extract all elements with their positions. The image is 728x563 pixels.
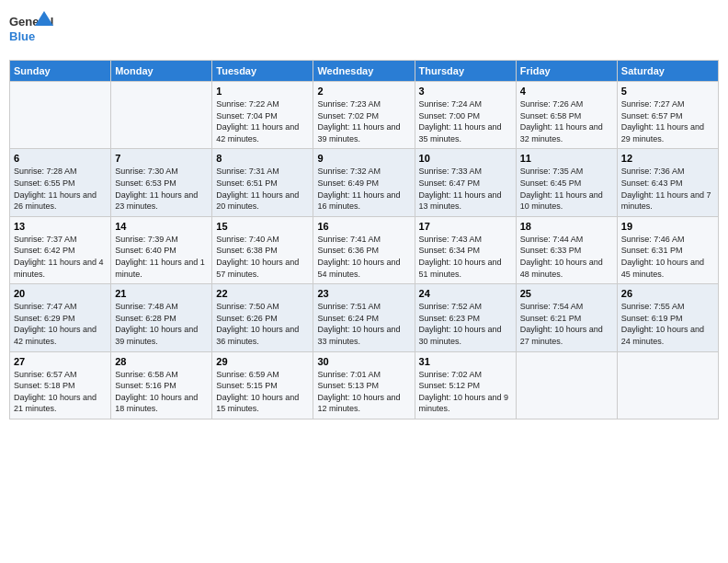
calendar-header: SundayMondayTuesdayWednesdayThursdayFrid… [10,61,719,82]
calendar-table: SundayMondayTuesdayWednesdayThursdayFrid… [9,60,719,419]
day-info: Sunrise: 7:43 AM Sunset: 6:34 PM Dayligh… [419,234,512,280]
calendar-cell: 21Sunrise: 7:48 AM Sunset: 6:28 PM Dayli… [111,284,212,351]
day-number: 13 [14,221,107,232]
calendar-cell: 8Sunrise: 7:31 AM Sunset: 6:51 PM Daylig… [212,149,313,216]
day-number: 12 [621,153,714,164]
calendar-cell: 15Sunrise: 7:40 AM Sunset: 6:38 PM Dayli… [212,216,313,283]
page-header: General Blue [9,9,719,51]
day-info: Sunrise: 7:40 AM Sunset: 6:38 PM Dayligh… [216,234,309,280]
svg-text:Blue: Blue [9,29,35,43]
day-number: 23 [317,288,410,299]
day-number: 7 [115,153,208,164]
calendar-cell: 31Sunrise: 7:02 AM Sunset: 5:12 PM Dayli… [415,351,516,419]
calendar-cell [111,82,212,149]
calendar-cell: 10Sunrise: 7:33 AM Sunset: 6:47 PM Dayli… [415,149,516,216]
day-info: Sunrise: 6:57 AM Sunset: 5:18 PM Dayligh… [14,369,107,415]
calendar-cell: 2Sunrise: 7:23 AM Sunset: 7:02 PM Daylig… [313,82,415,149]
calendar-cell: 20Sunrise: 7:47 AM Sunset: 6:29 PM Dayli… [10,284,111,351]
calendar-cell: 7Sunrise: 7:30 AM Sunset: 6:53 PM Daylig… [111,149,212,216]
calendar-cell: 29Sunrise: 6:59 AM Sunset: 5:15 PM Dayli… [212,351,313,419]
calendar-cell: 6Sunrise: 7:28 AM Sunset: 6:55 PM Daylig… [10,149,111,216]
day-number: 3 [419,86,512,97]
day-info: Sunrise: 7:28 AM Sunset: 6:55 PM Dayligh… [14,166,107,212]
day-info: Sunrise: 7:50 AM Sunset: 6:26 PM Dayligh… [216,301,309,347]
day-number: 18 [520,221,613,232]
day-number: 16 [317,221,410,232]
day-header-friday: Friday [516,61,617,82]
day-info: Sunrise: 7:02 AM Sunset: 5:12 PM Dayligh… [419,369,512,415]
day-info: Sunrise: 7:23 AM Sunset: 7:02 PM Dayligh… [317,98,410,144]
day-info: Sunrise: 7:47 AM Sunset: 6:29 PM Dayligh… [14,301,107,347]
calendar-cell [10,82,111,149]
calendar-cell [516,351,617,419]
day-info: Sunrise: 6:58 AM Sunset: 5:16 PM Dayligh… [115,369,208,415]
calendar-cell: 18Sunrise: 7:44 AM Sunset: 6:33 PM Dayli… [516,216,617,283]
day-info: Sunrise: 7:55 AM Sunset: 6:19 PM Dayligh… [621,301,714,347]
week-row-3: 13Sunrise: 7:37 AM Sunset: 6:42 PM Dayli… [10,216,719,283]
day-number: 11 [520,153,613,164]
week-row-4: 20Sunrise: 7:47 AM Sunset: 6:29 PM Dayli… [10,284,719,351]
day-number: 30 [317,356,410,367]
day-number: 28 [115,356,208,367]
calendar-cell: 22Sunrise: 7:50 AM Sunset: 6:26 PM Dayli… [212,284,313,351]
day-header-saturday: Saturday [617,61,718,82]
day-info: Sunrise: 7:52 AM Sunset: 6:23 PM Dayligh… [419,301,512,347]
day-info: Sunrise: 7:01 AM Sunset: 5:13 PM Dayligh… [317,369,410,415]
day-number: 19 [621,221,714,232]
day-info: Sunrise: 7:54 AM Sunset: 6:21 PM Dayligh… [520,301,613,347]
day-info: Sunrise: 7:41 AM Sunset: 6:36 PM Dayligh… [317,234,410,280]
day-info: Sunrise: 6:59 AM Sunset: 5:15 PM Dayligh… [216,369,309,415]
calendar-cell: 26Sunrise: 7:55 AM Sunset: 6:19 PM Dayli… [617,284,718,351]
day-info: Sunrise: 7:48 AM Sunset: 6:28 PM Dayligh… [115,301,208,347]
day-number: 31 [419,356,512,367]
day-info: Sunrise: 7:26 AM Sunset: 6:58 PM Dayligh… [520,98,613,144]
calendar-cell: 17Sunrise: 7:43 AM Sunset: 6:34 PM Dayli… [415,216,516,283]
calendar-cell: 14Sunrise: 7:39 AM Sunset: 6:40 PM Dayli… [111,216,212,283]
logo-svg: General Blue [9,9,55,51]
calendar-cell: 5Sunrise: 7:27 AM Sunset: 6:57 PM Daylig… [617,82,718,149]
calendar-cell: 3Sunrise: 7:24 AM Sunset: 7:00 PM Daylig… [415,82,516,149]
calendar-cell: 4Sunrise: 7:26 AM Sunset: 6:58 PM Daylig… [516,82,617,149]
day-number: 24 [419,288,512,299]
day-info: Sunrise: 7:44 AM Sunset: 6:33 PM Dayligh… [520,234,613,280]
day-number: 4 [520,86,613,97]
day-info: Sunrise: 7:36 AM Sunset: 6:43 PM Dayligh… [621,166,714,212]
day-number: 17 [419,221,512,232]
day-number: 21 [115,288,208,299]
day-info: Sunrise: 7:24 AM Sunset: 7:00 PM Dayligh… [419,98,512,144]
day-number: 10 [419,153,512,164]
day-header-tuesday: Tuesday [212,61,313,82]
calendar-cell: 12Sunrise: 7:36 AM Sunset: 6:43 PM Dayli… [617,149,718,216]
day-number: 8 [216,153,309,164]
day-number: 29 [216,356,309,367]
day-info: Sunrise: 7:27 AM Sunset: 6:57 PM Dayligh… [621,98,714,144]
day-number: 26 [621,288,714,299]
day-info: Sunrise: 7:22 AM Sunset: 7:04 PM Dayligh… [216,98,309,144]
day-info: Sunrise: 7:37 AM Sunset: 6:42 PM Dayligh… [14,234,107,280]
week-row-1: 1Sunrise: 7:22 AM Sunset: 7:04 PM Daylig… [10,82,719,149]
calendar-cell: 1Sunrise: 7:22 AM Sunset: 7:04 PM Daylig… [212,82,313,149]
day-info: Sunrise: 7:35 AM Sunset: 6:45 PM Dayligh… [520,166,613,212]
calendar-cell: 11Sunrise: 7:35 AM Sunset: 6:45 PM Dayli… [516,149,617,216]
day-number: 14 [115,221,208,232]
day-header-wednesday: Wednesday [313,61,415,82]
calendar-cell: 24Sunrise: 7:52 AM Sunset: 6:23 PM Dayli… [415,284,516,351]
day-info: Sunrise: 7:39 AM Sunset: 6:40 PM Dayligh… [115,234,208,280]
calendar-cell: 28Sunrise: 6:58 AM Sunset: 5:16 PM Dayli… [111,351,212,419]
day-number: 1 [216,86,309,97]
day-info: Sunrise: 7:46 AM Sunset: 6:31 PM Dayligh… [621,234,714,280]
day-number: 22 [216,288,309,299]
calendar-cell: 25Sunrise: 7:54 AM Sunset: 6:21 PM Dayli… [516,284,617,351]
day-info: Sunrise: 7:33 AM Sunset: 6:47 PM Dayligh… [419,166,512,212]
calendar-cell: 16Sunrise: 7:41 AM Sunset: 6:36 PM Dayli… [313,216,415,283]
day-number: 2 [317,86,410,97]
day-info: Sunrise: 7:31 AM Sunset: 6:51 PM Dayligh… [216,166,309,212]
logo: General Blue [9,9,55,51]
day-info: Sunrise: 7:51 AM Sunset: 6:24 PM Dayligh… [317,301,410,347]
day-number: 9 [317,153,410,164]
day-header-monday: Monday [111,61,212,82]
day-header-thursday: Thursday [415,61,516,82]
calendar-cell: 13Sunrise: 7:37 AM Sunset: 6:42 PM Dayli… [10,216,111,283]
day-info: Sunrise: 7:32 AM Sunset: 6:49 PM Dayligh… [317,166,410,212]
day-header-sunday: Sunday [10,61,111,82]
